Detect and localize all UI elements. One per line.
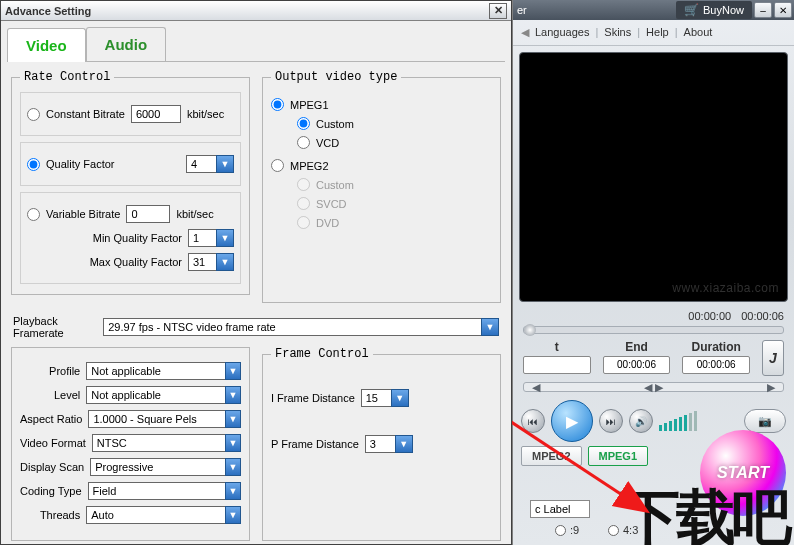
video-properties-group: Profile▼ Level▼ Aspect Ratio▼ Video Form…: [11, 347, 250, 541]
svcd-radio: [297, 197, 310, 210]
jump-button[interactable]: J: [762, 340, 784, 376]
bg-title-fragment: er: [515, 4, 527, 16]
i-frame-distance-label: I Frame Distance: [271, 392, 355, 404]
seek-thumb[interactable]: [524, 324, 536, 336]
advance-setting-dialog: Advance Setting ✕ Video Audio Rate Contr…: [0, 0, 512, 545]
variable-bitrate-label: Variable Bitrate: [46, 208, 120, 220]
constant-bitrate-field[interactable]: [131, 105, 181, 123]
bg-titlebar: er 🛒BuyNow – ✕: [513, 0, 794, 20]
level-dropdown[interactable]: ▼: [225, 386, 241, 404]
display-scan-field[interactable]: [90, 458, 225, 476]
video-preview: www.xiazaiba.com: [519, 52, 788, 302]
mpeg2-label: MPEG2: [290, 160, 329, 172]
end-time-field[interactable]: 00:00:06: [603, 356, 671, 374]
menu-help[interactable]: Help: [646, 26, 669, 39]
level-label: Level: [20, 389, 80, 401]
profile-field[interactable]: [86, 362, 225, 380]
min-qf-label: Min Quality Factor: [93, 232, 182, 244]
dialog-titlebar[interactable]: Advance Setting ✕: [1, 1, 511, 21]
cbr-unit: kbit/sec: [187, 108, 224, 120]
duration-field[interactable]: 00:00:06: [682, 356, 750, 374]
frame-control-group: Frame Control I Frame Distance▼ P Frame …: [262, 347, 501, 541]
p-frame-distance-label: P Frame Distance: [271, 438, 359, 450]
menu-skins[interactable]: Skins: [604, 26, 631, 39]
background-app-window: er 🛒BuyNow – ✕ ◀ Languages| Skins| Help|…: [512, 0, 794, 545]
tab-video[interactable]: Video: [7, 28, 86, 62]
aspect-ratio-field[interactable]: [88, 410, 224, 428]
variable-bitrate-field[interactable]: [126, 205, 170, 223]
prev-button[interactable]: ⏮: [521, 409, 545, 433]
display-scan-dropdown[interactable]: ▼: [225, 458, 241, 476]
camera-icon: 📷: [758, 415, 772, 428]
video-format-dropdown[interactable]: ▼: [225, 434, 241, 452]
format-mpeg2-button[interactable]: MPEG2: [521, 446, 582, 466]
playback-framerate-field[interactable]: [103, 318, 481, 336]
dvd-label: DVD: [316, 217, 339, 229]
i-frame-distance-dropdown[interactable]: ▼: [391, 389, 409, 407]
output-type-legend: Output video type: [271, 70, 401, 84]
profile-label: Profile: [20, 365, 80, 377]
mpeg2-custom-radio: [297, 178, 310, 191]
close-window-button[interactable]: ✕: [774, 2, 792, 18]
p-frame-distance-dropdown[interactable]: ▼: [395, 435, 413, 453]
mpeg1-custom-label: Custom: [316, 118, 354, 130]
quality-factor-label: Quality Factor: [46, 158, 114, 170]
coding-type-dropdown[interactable]: ▼: [225, 482, 241, 500]
quality-factor-radio[interactable]: [27, 158, 40, 171]
mute-button[interactable]: 🔊: [629, 409, 653, 433]
threads-field[interactable]: [86, 506, 225, 524]
i-frame-distance-field[interactable]: [361, 389, 391, 407]
p-frame-distance-field[interactable]: [365, 435, 395, 453]
playback-framerate-label: Playback Framerate: [13, 315, 93, 339]
mpeg1-custom-radio[interactable]: [297, 117, 310, 130]
level-field[interactable]: [86, 386, 225, 404]
coding-type-field[interactable]: [88, 482, 225, 500]
menu-languages[interactable]: Languages: [535, 26, 589, 39]
tab-audio[interactable]: Audio: [86, 27, 167, 61]
quality-factor-dropdown[interactable]: ▼: [216, 155, 234, 173]
menu-about[interactable]: About: [684, 26, 713, 39]
mpeg2-radio[interactable]: [271, 159, 284, 172]
mpeg1-radio[interactable]: [271, 98, 284, 111]
next-button[interactable]: ⏭: [599, 409, 623, 433]
volume-meter[interactable]: [659, 411, 697, 431]
variable-bitrate-radio[interactable]: [27, 208, 40, 221]
max-qf-field[interactable]: [188, 253, 216, 271]
mpeg1-label: MPEG1: [290, 99, 329, 111]
max-qf-dropdown[interactable]: ▼: [216, 253, 234, 271]
seek-slider[interactable]: [523, 326, 784, 334]
vcd-radio[interactable]: [297, 136, 310, 149]
dialog-close-button[interactable]: ✕: [489, 3, 507, 19]
aspect-ratio-dropdown[interactable]: ▼: [225, 410, 241, 428]
trim-bar[interactable]: ◀◀ ▶▶: [523, 382, 784, 392]
rate-control-group: Rate Control Constant Bitrate kbit/sec Q…: [11, 70, 250, 295]
video-format-field[interactable]: [92, 434, 225, 452]
svcd-label: SVCD: [316, 198, 347, 210]
playback-framerate-dropdown[interactable]: ▼: [481, 318, 499, 336]
constant-bitrate-radio[interactable]: [27, 108, 40, 121]
quality-factor-field[interactable]: [186, 155, 216, 173]
vbr-unit: kbit/sec: [176, 208, 213, 220]
aspect-169-radio[interactable]: :9: [555, 524, 579, 536]
threads-dropdown[interactable]: ▼: [225, 506, 241, 524]
time-total: 00:00:06: [741, 310, 784, 322]
disc-label-field[interactable]: c Label: [530, 500, 590, 518]
threads-label: Threads: [20, 509, 80, 521]
play-button[interactable]: ▶: [551, 400, 593, 442]
buy-now-label: BuyNow: [703, 4, 744, 16]
rate-control-legend: Rate Control: [20, 70, 114, 84]
profile-dropdown[interactable]: ▼: [225, 362, 241, 380]
min-qf-field[interactable]: [188, 229, 216, 247]
constant-bitrate-label: Constant Bitrate: [46, 108, 125, 120]
bg-menubar: ◀ Languages| Skins| Help| About: [513, 20, 794, 46]
buy-now-button[interactable]: 🛒BuyNow: [676, 1, 752, 19]
dialog-title: Advance Setting: [5, 5, 91, 17]
display-scan-label: Display Scan: [20, 461, 84, 473]
minimize-button[interactable]: –: [754, 2, 772, 18]
snapshot-button[interactable]: 📷: [744, 409, 786, 433]
format-mpeg1-button[interactable]: MPEG1: [588, 446, 649, 466]
min-qf-dropdown[interactable]: ▼: [216, 229, 234, 247]
coding-type-label: Coding Type: [20, 485, 82, 497]
start-time-field[interactable]: [523, 356, 591, 374]
aspect-169-label: :9: [570, 524, 579, 536]
